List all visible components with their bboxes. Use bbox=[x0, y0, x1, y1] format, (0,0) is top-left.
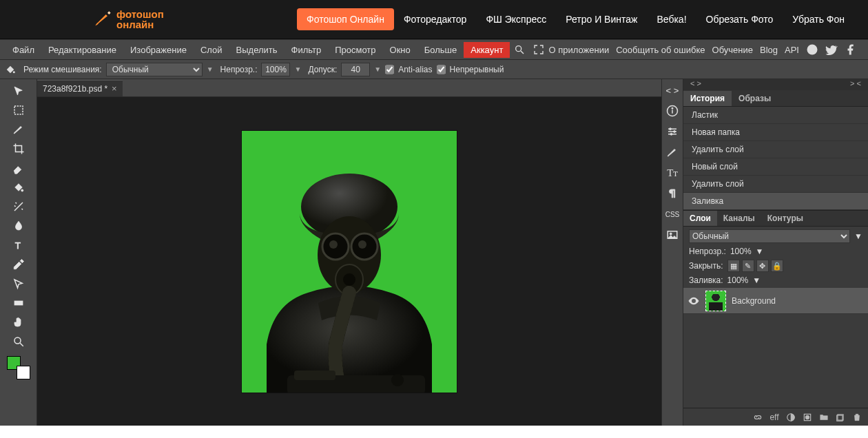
hand-tool[interactable] bbox=[9, 313, 28, 331]
tab-history[interactable]: История bbox=[683, 91, 732, 106]
lock-brush-icon[interactable]: ✎ bbox=[742, 260, 754, 272]
layer-blend-select[interactable]: Обычный bbox=[689, 229, 850, 243]
history-item[interactable]: Ластик bbox=[683, 107, 868, 124]
bucket-icon[interactable] bbox=[4, 63, 17, 76]
site-logo[interactable]: фотошоп онлайн bbox=[93, 9, 164, 30]
lock-transparency-icon[interactable]: ▦ bbox=[727, 260, 740, 272]
history-item[interactable]: Заливка bbox=[683, 193, 868, 210]
path-tool[interactable] bbox=[9, 275, 28, 293]
sliders-icon[interactable] bbox=[665, 125, 679, 138]
tab-layers[interactable]: Слои bbox=[683, 211, 717, 226]
nav-crop[interactable]: Обрезать Фото bbox=[696, 8, 783, 30]
nav-express[interactable]: ФШ Экспресс bbox=[476, 8, 556, 30]
menu-window[interactable]: Окно bbox=[383, 42, 417, 58]
eyedropper-tool[interactable] bbox=[9, 255, 28, 273]
bucket-tool[interactable] bbox=[9, 178, 28, 196]
history-item[interactable]: Новый слой bbox=[683, 158, 868, 176]
history-item[interactable]: Новая папка bbox=[683, 124, 868, 141]
blur-tool[interactable] bbox=[9, 217, 28, 235]
tab-paths[interactable]: Контуры bbox=[761, 211, 809, 226]
reddit-icon[interactable] bbox=[806, 43, 818, 56]
canvas[interactable] bbox=[242, 131, 457, 393]
tab-images[interactable]: Образы bbox=[732, 91, 778, 106]
close-icon[interactable]: × bbox=[112, 83, 117, 94]
blend-mode-select[interactable]: Обычный bbox=[106, 63, 203, 76]
zoom-tool[interactable] bbox=[9, 333, 28, 351]
brush-tool[interactable] bbox=[9, 121, 28, 138]
visibility-icon[interactable] bbox=[688, 295, 700, 307]
dropdown-icon[interactable]: ▼ bbox=[854, 231, 862, 241]
history-item[interactable]: Удалить слой bbox=[683, 141, 868, 158]
layer-name[interactable]: Background bbox=[732, 296, 776, 306]
dropdown-icon[interactable]: ▼ bbox=[756, 247, 764, 256]
menu-blog[interactable]: Blog bbox=[760, 45, 778, 55]
contiguous-checkbox[interactable] bbox=[437, 63, 446, 76]
layer-row[interactable]: Background bbox=[683, 288, 868, 314]
nav-retro[interactable]: Ретро И Винтаж bbox=[556, 8, 647, 30]
dropdown-icon[interactable]: ▼ bbox=[207, 65, 214, 73]
canvas-area[interactable] bbox=[37, 97, 661, 426]
image-icon[interactable] bbox=[665, 228, 679, 242]
lock-all-icon[interactable]: 🔒 bbox=[771, 260, 783, 272]
menu-image[interactable]: Изображение bbox=[123, 42, 194, 58]
menu-layer[interactable]: Слой bbox=[194, 42, 229, 58]
wand-tool[interactable] bbox=[9, 198, 28, 216]
trash-icon[interactable] bbox=[851, 412, 862, 423]
fx-icon[interactable]: eff bbox=[769, 412, 780, 423]
nav-editor[interactable]: Фоторедактор bbox=[394, 8, 477, 30]
paragraph-icon[interactable] bbox=[665, 187, 679, 200]
menu-view[interactable]: Просмотр bbox=[328, 42, 382, 58]
history-item[interactable]: Удалить слой bbox=[683, 176, 868, 193]
menu-more[interactable]: Больше bbox=[417, 42, 464, 58]
dropdown-icon[interactable]: ▼ bbox=[294, 65, 301, 73]
menu-report[interactable]: Сообщить об ошибке bbox=[616, 45, 705, 55]
menu-learn[interactable]: Обучение bbox=[712, 45, 753, 55]
gradient-tool[interactable] bbox=[9, 294, 28, 312]
folder-icon[interactable] bbox=[818, 412, 829, 423]
lock-move-icon[interactable]: ✥ bbox=[756, 260, 769, 272]
layers-panel-tabs: Слои Каналы Контуры bbox=[683, 210, 868, 227]
nav-removebg[interactable]: Убрать Фон bbox=[783, 8, 854, 30]
antialias-checkbox[interactable] bbox=[385, 63, 394, 76]
tolerance-field[interactable] bbox=[341, 63, 370, 76]
panel-collapse-arrows[interactable]: < > > < bbox=[683, 79, 868, 90]
text-tool[interactable]: T bbox=[9, 236, 28, 254]
tab-channels[interactable]: Каналы bbox=[717, 211, 761, 226]
nav-webka[interactable]: Вебка! bbox=[647, 8, 696, 30]
brush-panel-icon[interactable] bbox=[665, 145, 679, 159]
facebook-icon[interactable] bbox=[845, 43, 857, 56]
info-icon[interactable] bbox=[665, 104, 679, 118]
menu-filter[interactable]: Фильтр bbox=[285, 42, 329, 58]
layer-lock-label: Закрыть: bbox=[689, 261, 723, 271]
search-icon[interactable] bbox=[514, 44, 525, 55]
type-icon[interactable]: Tт bbox=[665, 166, 679, 180]
marquee-tool[interactable] bbox=[9, 101, 28, 119]
dropdown-icon[interactable]: ▼ bbox=[752, 275, 761, 285]
tolerance-label: Допуск: bbox=[308, 65, 337, 74]
crop-tool[interactable] bbox=[9, 140, 28, 158]
background-color[interactable] bbox=[17, 366, 30, 379]
code-icon[interactable]: < > bbox=[665, 83, 679, 97]
layer-thumbnail[interactable] bbox=[705, 291, 726, 311]
adjustment-icon[interactable] bbox=[785, 412, 796, 423]
css-icon[interactable]: CSS bbox=[665, 207, 679, 221]
menu-api[interactable]: API bbox=[785, 45, 799, 55]
document-tab[interactable]: 723a8f921b.psd * × bbox=[37, 80, 123, 96]
svg-point-24 bbox=[670, 128, 672, 130]
twitter-icon[interactable] bbox=[825, 43, 838, 56]
menu-about[interactable]: О приложении bbox=[549, 45, 610, 55]
move-tool[interactable] bbox=[9, 82, 28, 100]
menu-file[interactable]: Файл bbox=[6, 42, 41, 58]
color-swatches[interactable] bbox=[7, 356, 30, 379]
dropdown-icon[interactable]: ▼ bbox=[374, 65, 381, 73]
fullscreen-icon[interactable] bbox=[533, 44, 544, 55]
menu-select[interactable]: Выделить bbox=[229, 42, 285, 58]
menu-account[interactable]: Аккаунт bbox=[464, 42, 510, 58]
menu-edit[interactable]: Редактирование bbox=[41, 42, 123, 58]
new-layer-icon[interactable] bbox=[835, 412, 846, 423]
eraser-tool[interactable] bbox=[9, 159, 28, 177]
link-icon[interactable] bbox=[752, 412, 763, 423]
opacity-field[interactable] bbox=[261, 63, 290, 76]
mask-icon[interactable] bbox=[802, 412, 813, 423]
nav-online[interactable]: Фотошоп Онлайн bbox=[297, 8, 394, 30]
